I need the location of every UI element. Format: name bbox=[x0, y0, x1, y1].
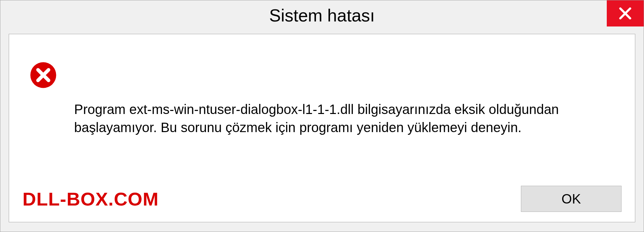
error-message: Program ext-ms-win-ntuser-dialogbox-l1-1… bbox=[74, 100, 615, 136]
error-dialog: Sistem hatası Program ext-ms-win-ntuser-… bbox=[0, 0, 644, 232]
footer: DLL-BOX.COM OK bbox=[9, 179, 635, 222]
content-panel: Program ext-ms-win-ntuser-dialogbox-l1-1… bbox=[9, 34, 635, 222]
dialog-title: Sistem hatası bbox=[269, 5, 375, 25]
close-icon bbox=[618, 6, 633, 21]
error-icon bbox=[29, 61, 57, 89]
titlebar: Sistem hatası bbox=[0, 0, 644, 31]
ok-button[interactable]: OK bbox=[521, 186, 622, 212]
watermark-text: DLL-BOX.COM bbox=[22, 188, 159, 210]
message-area: Program ext-ms-win-ntuser-dialogbox-l1-1… bbox=[9, 34, 635, 179]
close-button[interactable] bbox=[607, 0, 644, 26]
